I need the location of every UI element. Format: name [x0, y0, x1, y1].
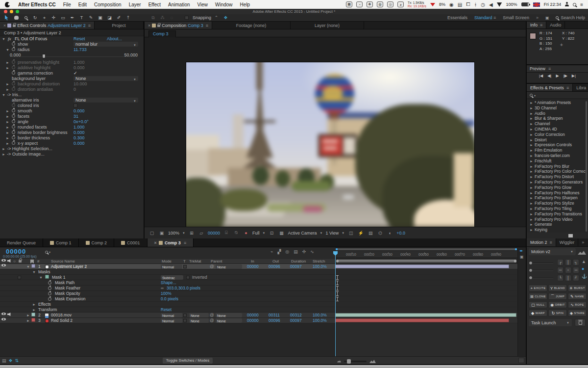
magnification-icon[interactable]: ▣: [158, 230, 165, 236]
twirl-icon[interactable]: ►: [530, 138, 533, 142]
eye-icon[interactable]: [1, 313, 6, 315]
twirl-icon[interactable]: ►: [530, 101, 533, 105]
tab-audio[interactable]: Audio: [546, 22, 565, 28]
layer-color-swatch[interactable]: [31, 313, 35, 316]
effects-category-item[interactable]: ►* Animation Presets: [527, 100, 586, 105]
keyframe-ibeam-icon[interactable]: [336, 281, 339, 285]
tab-comp-3-active[interactable]: ×Comp 3≡: [147, 238, 194, 247]
workspace-standard[interactable]: Standard ≡: [474, 15, 496, 20]
duration-value[interactable]: 00097: [290, 318, 302, 323]
trkmat-checkbox[interactable]: [183, 314, 187, 317]
graph-row[interactable]: [335, 307, 517, 313]
twirl-icon[interactable]: ►: [530, 175, 533, 179]
effect-param-row[interactable]: ►additive highlight0.000: [0, 65, 144, 71]
effect-param-row[interactable]: colored iris: [0, 103, 144, 108]
motion-preset-select[interactable]: Motion v2▼: [529, 248, 576, 255]
input-language-flag-icon[interactable]: [533, 2, 540, 7]
region-of-interest-icon[interactable]: ❖: [221, 15, 230, 21]
expander-icon[interactable]: ▼: [2, 92, 5, 98]
motion-button-stare[interactable]: ◈STARE: [568, 310, 587, 316]
anchor-grid-button[interactable]: ▫: [565, 267, 571, 273]
effects-category-item[interactable]: ►Expression Controls: [527, 142, 586, 148]
effects-category-item[interactable]: ►FxFactory Pro Generators: [527, 180, 586, 185]
anchor-icon[interactable]: ⚓: [582, 274, 587, 279]
twirl-icon[interactable]: ►: [530, 122, 533, 126]
group-label[interactable]: Masks: [38, 269, 50, 275]
param-checkbox[interactable]: [74, 104, 77, 107]
param-value[interactable]: 0.000: [74, 108, 85, 114]
timeline-row[interactable]: ►200018.movNormal▼None▼@None▼00000003110…: [0, 313, 335, 318]
toolbar-eraser-tool[interactable]: ◪: [105, 15, 114, 21]
param-checkbox[interactable]: ✓: [74, 71, 77, 76]
twirl-icon[interactable]: ►: [530, 170, 533, 173]
frame-blend-toggle-icon[interactable]: ❖: [9, 358, 13, 363]
out-value[interactable]: 00096: [269, 264, 280, 269]
param-dropdown[interactable]: None▼: [74, 76, 138, 81]
motion-slider-knob[interactable]: [529, 276, 533, 280]
expander-icon[interactable]: ►: [6, 135, 9, 141]
motion-button-orbit[interactable]: ◉ORBIT: [548, 301, 567, 308]
effect-param-row[interactable]: ►background distortion10.000: [0, 81, 144, 87]
param-value[interactable]: 31: [74, 114, 78, 119]
menu-window[interactable]: Window: [215, 2, 233, 7]
parent-select[interactable]: None▼: [216, 318, 242, 323]
transport-button-1[interactable]: ◀|: [547, 74, 551, 78]
snapshot-icon[interactable]: ⌻: [223, 230, 230, 236]
twirl-icon[interactable]: ►: [530, 112, 533, 115]
group-value[interactable]: Reset: [161, 307, 172, 313]
display-icon[interactable]: ⧠: [466, 1, 470, 7]
menu-file[interactable]: File: [63, 2, 71, 7]
stopwatch-icon[interactable]: [12, 87, 15, 91]
param-value[interactable]: 11.733: [74, 47, 87, 53]
expander-icon[interactable]: ►: [6, 60, 9, 65]
disabled-app-icon[interactable]: ◍: [377, 1, 383, 7]
stopwatch-icon[interactable]: [12, 114, 15, 118]
stopwatch-icon[interactable]: [12, 42, 15, 46]
keyframe-ibeam-icon[interactable]: [336, 291, 339, 296]
effects-category-item[interactable]: ►Distort: [527, 137, 586, 143]
toggle-switches-modes-button[interactable]: Toggle Switches / Modes: [163, 358, 213, 364]
tab-layer[interactable]: Layer (none): [291, 22, 364, 29]
stopwatch-icon[interactable]: [48, 292, 51, 295]
effect-param-row[interactable]: shownormal blur▼: [0, 42, 144, 47]
mountains-icon[interactable]: [578, 250, 586, 255]
tab-c0001[interactable]: C0001: [114, 238, 147, 247]
out-value[interactable]: 00311: [269, 313, 280, 318]
expander-icon[interactable]: ▼: [39, 275, 43, 280]
effect-name[interactable]: FL Out Of Focus: [15, 36, 47, 42]
menu-composition[interactable]: Composition: [94, 2, 122, 7]
workspace-small-screen[interactable]: Small Screen: [503, 15, 529, 20]
lock-icon[interactable]: [157, 25, 160, 27]
timeline-row[interactable]: ▼Masks: [0, 269, 335, 275]
tab-motion2[interactable]: Motion 2≡: [527, 238, 556, 246]
twirl-icon[interactable]: ►: [530, 149, 533, 152]
timeline-row[interactable]: ►TransformReset: [0, 307, 335, 313]
time-machine-icon[interactable]: ◷: [481, 1, 485, 7]
exposure-value[interactable]: +0.0: [396, 231, 405, 236]
anchor-grid-button[interactable]: ─: [573, 267, 579, 273]
expander-icon[interactable]: ►: [2, 146, 5, 152]
rocket-icon[interactable]: ▲: [582, 259, 586, 264]
notification-center-icon[interactable]: ≡: [580, 1, 583, 7]
effects-category-item[interactable]: ►FxFactory Pro Color Correction: [527, 169, 586, 174]
anchor-grid-button[interactable]: ┘: [573, 275, 579, 281]
toolbar-roto-brush-tool[interactable]: ✐: [115, 15, 123, 21]
comp-marker-bin-icon[interactable]: ▣: [520, 255, 524, 259]
power-icon[interactable]: ◎: [387, 1, 393, 7]
speaker-icon[interactable]: [7, 313, 11, 316]
graph-row[interactable]: [335, 264, 517, 269]
effect-param-row[interactable]: ▼-> Iris...: [0, 92, 144, 98]
close-icon[interactable]: ×: [154, 240, 157, 245]
twirl-icon[interactable]: ►: [530, 159, 533, 163]
parent-column[interactable]: Parent: [211, 259, 222, 264]
expander-icon[interactable]: ►: [6, 87, 9, 92]
keyframe-ibeam-icon[interactable]: [336, 275, 339, 280]
tab-comp-1[interactable]: Comp 1: [43, 238, 79, 247]
eye-icon[interactable]: [1, 264, 6, 266]
pie-chart-icon[interactable]: ◕: [397, 1, 404, 7]
user-menu-icon[interactable]: [565, 4, 569, 6]
layer-name[interactable]: 00018.mov: [51, 313, 72, 318]
timeline-row[interactable]: Mask PathShape...: [0, 280, 335, 286]
twirl-icon[interactable]: ►: [530, 154, 533, 158]
anchor-grid-button[interactable]: ┌: [557, 259, 564, 265]
